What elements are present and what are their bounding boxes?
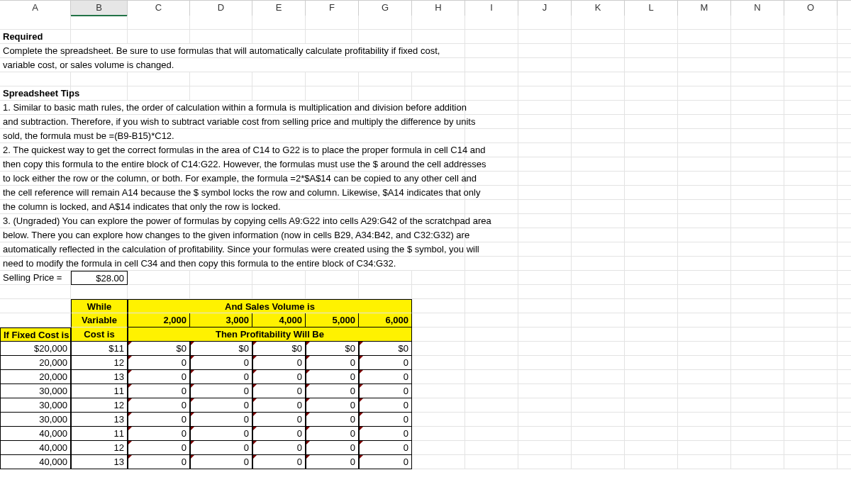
empty-cell[interactable] — [784, 58, 838, 72]
empty-cell[interactable] — [678, 242, 731, 257]
profit-cell[interactable]: $0 — [128, 342, 190, 356]
profit-cell[interactable]: 0 — [252, 427, 306, 441]
empty-cell[interactable] — [572, 30, 625, 44]
empty-cell[interactable] — [518, 172, 572, 186]
empty-cell[interactable] — [518, 72, 572, 86]
empty-cell[interactable] — [412, 455, 465, 469]
empty-cell[interactable] — [572, 86, 625, 101]
empty-cell[interactable] — [412, 313, 465, 327]
empty-cell[interactable] — [784, 129, 838, 143]
empty-cell[interactable] — [0, 313, 71, 327]
empty-cell[interactable] — [625, 186, 678, 200]
empty-cell[interactable] — [412, 441, 465, 455]
empty-cell[interactable] — [465, 129, 518, 143]
empty-cell[interactable] — [625, 214, 678, 228]
empty-cell[interactable] — [572, 172, 625, 186]
empty-cell[interactable] — [678, 186, 731, 200]
empty-cell[interactable] — [838, 72, 851, 86]
empty-cell[interactable] — [625, 157, 678, 172]
empty-cell[interactable] — [731, 86, 784, 101]
empty-cell[interactable] — [784, 413, 838, 427]
tips-text[interactable]: 2. The quickest way to get the correct f… — [0, 143, 465, 157]
profit-cell[interactable]: 0 — [252, 384, 306, 398]
hdr-vol[interactable]: 4,000 — [252, 313, 306, 327]
empty-cell[interactable] — [678, 356, 731, 370]
fixed-cost-cell[interactable]: $20,000 — [0, 342, 71, 356]
empty-cell[interactable] — [306, 16, 359, 30]
column-header-F[interactable]: F — [306, 0, 359, 16]
empty-cell[interactable] — [678, 299, 731, 313]
empty-cell[interactable] — [412, 30, 465, 44]
empty-cell[interactable] — [625, 327, 678, 342]
empty-cell[interactable] — [71, 16, 128, 30]
empty-cell[interactable] — [0, 72, 71, 86]
empty-cell[interactable] — [678, 441, 731, 455]
empty-cell[interactable] — [71, 30, 128, 44]
empty-cell[interactable] — [731, 143, 784, 157]
empty-cell[interactable] — [784, 356, 838, 370]
empty-cell[interactable] — [678, 16, 731, 30]
fixed-cost-cell[interactable]: 40,000 — [0, 441, 71, 455]
empty-cell[interactable] — [518, 242, 572, 257]
profit-cell[interactable]: 0 — [252, 455, 306, 469]
tips-text[interactable]: and subtraction. Therefore, if you wish … — [0, 115, 465, 129]
empty-cell[interactable] — [518, 115, 572, 129]
empty-cell[interactable] — [465, 271, 518, 285]
tips-text[interactable]: to lock either the row or the column, or… — [0, 172, 465, 186]
empty-cell[interactable] — [572, 384, 625, 398]
empty-cell[interactable] — [625, 242, 678, 257]
empty-cell[interactable] — [412, 86, 465, 101]
profit-cell[interactable]: 0 — [190, 356, 252, 370]
empty-cell[interactable] — [731, 342, 784, 356]
column-header-E[interactable]: E — [252, 0, 306, 16]
empty-cell[interactable] — [306, 72, 359, 86]
empty-cell[interactable] — [838, 172, 851, 186]
fixed-cost-cell[interactable]: 40,000 — [0, 455, 71, 469]
empty-cell[interactable] — [678, 44, 731, 58]
empty-cell[interactable] — [625, 285, 678, 299]
column-header-P[interactable]: P — [838, 0, 851, 16]
hdr-cost-is[interactable]: Cost is — [71, 327, 128, 342]
empty-cell[interactable] — [784, 143, 838, 157]
empty-cell[interactable] — [572, 370, 625, 384]
empty-cell[interactable] — [731, 242, 784, 257]
empty-cell[interactable] — [625, 441, 678, 455]
empty-cell[interactable] — [465, 313, 518, 327]
empty-cell[interactable] — [252, 285, 306, 299]
empty-cell[interactable] — [306, 271, 359, 285]
empty-cell[interactable] — [784, 16, 838, 30]
empty-cell[interactable] — [625, 370, 678, 384]
variable-cost-cell[interactable]: 13 — [71, 455, 128, 469]
empty-cell[interactable] — [731, 129, 784, 143]
empty-cell[interactable] — [838, 413, 851, 427]
empty-cell[interactable] — [731, 370, 784, 384]
empty-cell[interactable] — [625, 356, 678, 370]
empty-cell[interactable] — [518, 30, 572, 44]
empty-cell[interactable] — [465, 143, 518, 157]
empty-cell[interactable] — [359, 86, 412, 101]
empty-cell[interactable] — [359, 72, 412, 86]
column-header-I[interactable]: I — [465, 0, 518, 16]
column-header-O[interactable]: O — [784, 0, 838, 16]
empty-cell[interactable] — [190, 271, 252, 285]
empty-cell[interactable] — [465, 44, 518, 58]
profit-cell[interactable]: 0 — [128, 384, 190, 398]
empty-cell[interactable] — [838, 30, 851, 44]
profit-cell[interactable]: 0 — [359, 356, 412, 370]
empty-cell[interactable] — [0, 285, 71, 299]
empty-cell[interactable] — [572, 44, 625, 58]
empty-cell[interactable] — [572, 228, 625, 242]
empty-cell[interactable] — [731, 72, 784, 86]
profit-cell[interactable]: 0 — [306, 398, 359, 413]
empty-cell[interactable] — [838, 44, 851, 58]
empty-cell[interactable] — [784, 72, 838, 86]
variable-cost-cell[interactable]: 12 — [71, 441, 128, 455]
empty-cell[interactable] — [71, 72, 128, 86]
profit-cell[interactable]: 0 — [359, 370, 412, 384]
empty-cell[interactable] — [731, 101, 784, 115]
empty-cell[interactable] — [412, 427, 465, 441]
empty-cell[interactable] — [518, 299, 572, 313]
empty-cell[interactable] — [572, 455, 625, 469]
empty-cell[interactable] — [518, 455, 572, 469]
empty-cell[interactable] — [412, 413, 465, 427]
